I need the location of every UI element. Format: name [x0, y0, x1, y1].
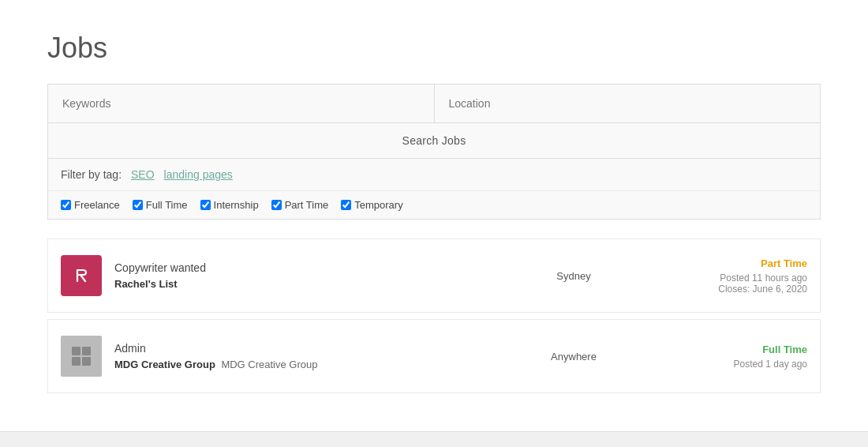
mdg-dot-3: [72, 357, 80, 366]
checkbox-full-time[interactable]: Full Time: [133, 199, 188, 211]
checkbox-internship-label: Internship: [214, 199, 259, 211]
checkbox-full-time-input[interactable]: [133, 200, 143, 210]
jobs-list: Copywriter wanted Rachel's List Sydney P…: [47, 239, 821, 393]
job-posted-2: Posted 1 day ago: [649, 359, 807, 370]
job-meta-2: Full Time Posted 1 day ago: [649, 344, 807, 370]
checkbox-temporary-label: Temporary: [354, 199, 402, 211]
company-logo-mdg: [61, 336, 102, 377]
location-input[interactable]: [435, 85, 821, 122]
job-posted-1: Posted 11 hours ago: [649, 272, 807, 284]
checkbox-internship[interactable]: Internship: [200, 199, 259, 211]
job-company-1: Rachel's List: [114, 277, 498, 290]
mdg-dot-2: [82, 347, 91, 355]
checkbox-part-time-label: Part Time: [285, 199, 329, 211]
checkbox-full-time-label: Full Time: [146, 199, 188, 211]
checkbox-freelance-label: Freelance: [74, 199, 120, 211]
checkboxes-row: Freelance Full Time Internship Part Time…: [48, 190, 820, 219]
filter-tag-seo[interactable]: SEO: [131, 168, 155, 181]
job-company-sub-2: MDG Creative Group: [219, 359, 318, 370]
job-info-1: Copywriter wanted Rachel's List: [114, 261, 498, 290]
search-jobs-button[interactable]: Search Jobs: [402, 134, 466, 147]
job-card-2[interactable]: Admin MDG Creative Group MDG Creative Gr…: [47, 319, 821, 393]
company-logo-rachels: [61, 255, 102, 296]
search-button-row: Search Jobs: [48, 123, 820, 159]
mdg-dot-1: [72, 347, 80, 355]
job-company-name-2: MDG Creative Group: [114, 359, 215, 370]
job-company-name-1: Rachel's List: [114, 278, 178, 290]
search-container: Search Jobs Filter by tag: SEO landing p…: [47, 84, 821, 220]
checkbox-freelance[interactable]: Freelance: [61, 199, 120, 211]
checkbox-part-time[interactable]: Part Time: [271, 199, 329, 211]
mdg-logo-grid: [72, 347, 91, 366]
job-type-1: Part Time: [649, 257, 807, 269]
search-inputs-row: [48, 85, 820, 123]
filter-tag-landing-pages[interactable]: landing pages: [164, 168, 233, 181]
mdg-dot-4: [82, 357, 91, 366]
checkbox-temporary-input[interactable]: [341, 200, 351, 210]
job-location-2: Anywhere: [511, 351, 637, 362]
filter-by-tag-label: Filter by tag:: [61, 168, 122, 181]
job-title-2: Admin: [114, 342, 498, 355]
checkbox-temporary[interactable]: Temporary: [341, 199, 402, 211]
filter-row: Filter by tag: SEO landing pages: [48, 159, 820, 190]
job-card-1[interactable]: Copywriter wanted Rachel's List Sydney P…: [47, 239, 821, 313]
page-title: Jobs: [47, 32, 821, 65]
job-meta-1: Part Time Posted 11 hours ago Closes: Ju…: [649, 257, 807, 295]
keywords-input[interactable]: [48, 85, 435, 122]
job-type-2: Full Time: [649, 344, 807, 355]
checkbox-internship-input[interactable]: [200, 200, 211, 210]
job-title-1: Copywriter wanted: [114, 261, 498, 274]
job-location-1: Sydney: [511, 270, 637, 282]
job-company-row-2: MDG Creative Group MDG Creative Group: [114, 358, 498, 370]
checkbox-part-time-input[interactable]: [271, 200, 282, 210]
job-closes-1: Closes: June 6, 2020: [649, 284, 807, 295]
checkbox-freelance-input[interactable]: [61, 200, 71, 210]
job-info-2: Admin MDG Creative Group MDG Creative Gr…: [114, 342, 498, 370]
